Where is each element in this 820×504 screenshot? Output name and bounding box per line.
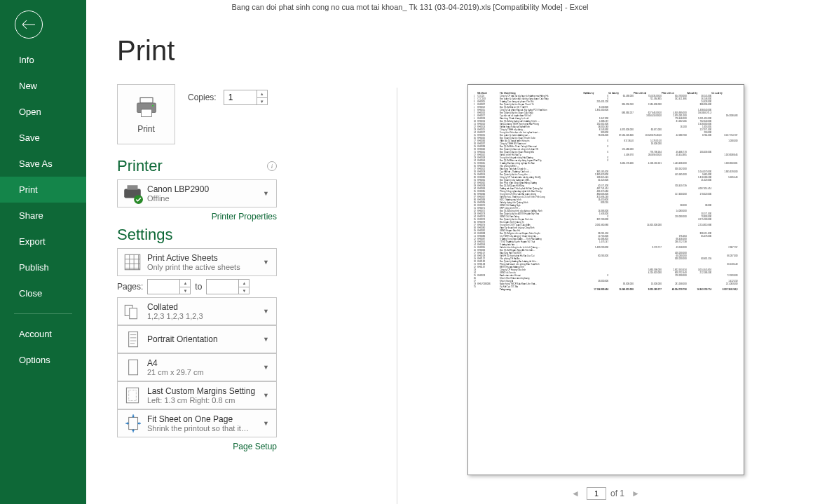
setting-line1: Portrait Orientation <box>147 334 260 344</box>
print-button[interactable]: Print <box>117 84 175 144</box>
setting-orientation[interactable]: Portrait Orientation ▼ <box>117 325 277 353</box>
setting-line1: A4 <box>147 358 260 368</box>
spin-up-icon[interactable]: ▲ <box>180 280 190 287</box>
pages-from-spinner[interactable]: ▲▼ <box>147 279 191 294</box>
pages-to-spinner[interactable]: ▲▼ <box>206 279 250 294</box>
chevron-down-icon: ▼ <box>260 308 272 315</box>
sheets-icon <box>122 252 143 273</box>
spin-down-icon[interactable]: ▼ <box>257 98 267 105</box>
chevron-down-icon: ▼ <box>260 190 272 197</box>
page-navigator: ◄ of 1 ► <box>405 486 806 501</box>
chevron-down-icon: ▼ <box>260 420 272 427</box>
setting-paper-size[interactable]: A4 21 cm x 29.7 cm ▼ <box>117 353 277 381</box>
svg-rect-11 <box>129 360 138 374</box>
setting-line2: Left: 1.3 cm Right: 0.8 cm <box>147 396 260 404</box>
svg-rect-5 <box>128 185 138 189</box>
pages-to-input[interactable] <box>207 280 238 294</box>
setting-print-what[interactable]: Print Active Sheets Only print the activ… <box>117 248 277 276</box>
svg-rect-9 <box>130 308 137 319</box>
nav-publish[interactable]: Publish <box>0 254 86 280</box>
page-title: Print <box>117 35 313 67</box>
setting-scaling[interactable]: Fit Sheet on One Page Shrink the printou… <box>117 409 277 437</box>
pages-from-input[interactable] <box>148 280 179 294</box>
collate-icon <box>122 301 143 322</box>
back-arrow-icon <box>22 20 35 29</box>
setting-line1: Fit Sheet on One Page <box>147 414 260 424</box>
svg-rect-2 <box>141 109 151 117</box>
info-icon[interactable]: i <box>267 161 277 171</box>
setting-line2: 21 cm x 29.7 cm <box>147 368 260 376</box>
print-panel: Print Print Copies: ▲▼ Printer <box>117 35 313 454</box>
titlebar: Bang can doi phat sinh cong no cua mot t… <box>0 0 820 14</box>
nav-account[interactable]: Account <box>0 321 86 347</box>
pages-to-label: to <box>195 282 202 292</box>
chevron-down-icon: ▼ <box>260 336 272 343</box>
copies-label: Copies: <box>188 93 217 102</box>
back-button[interactable] <box>15 11 43 39</box>
nav-share[interactable]: Share <box>0 203 86 229</box>
nav-new[interactable]: New <box>0 73 86 99</box>
setting-line2: 1,2,3 1,2,3 1,2,3 <box>147 312 260 320</box>
svg-rect-7 <box>125 254 139 269</box>
printer-heading: Printer <box>117 157 163 175</box>
setting-margins[interactable]: Last Custom Margins Setting Left: 1.3 cm… <box>117 381 277 409</box>
next-page-icon[interactable]: ► <box>629 489 643 498</box>
chevron-down-icon: ▼ <box>260 364 272 371</box>
main-area: Print Print Copies: ▲▼ Printer <box>86 14 820 504</box>
nav-open[interactable]: Open <box>0 99 86 125</box>
setting-line2: Shrink the printout so that it… <box>147 424 260 433</box>
settings-heading: Settings <box>117 226 173 244</box>
backstage-sidebar: Info New Open Save Save As Print Share E… <box>0 0 86 504</box>
setting-line1: Print Active Sheets <box>147 253 260 263</box>
portrait-icon <box>122 329 143 350</box>
vertical-divider <box>397 88 397 504</box>
svg-rect-0 <box>140 98 153 104</box>
prev-page-icon[interactable]: ◄ <box>568 489 582 498</box>
nav-save-as[interactable]: Save As <box>0 151 86 177</box>
printer-status: Offline <box>147 194 260 203</box>
chevron-down-icon: ▼ <box>260 392 272 399</box>
setting-collate[interactable]: Collated 1,2,3 1,2,3 1,2,3 ▼ <box>117 297 277 325</box>
nav-export[interactable]: Export <box>0 229 86 254</box>
fit-page-icon <box>122 413 143 434</box>
print-button-label: Print <box>137 124 155 134</box>
nav-options[interactable]: Options <box>0 347 86 373</box>
svg-rect-13 <box>129 390 137 401</box>
printer-properties-link[interactable]: Printer Properties <box>117 212 277 222</box>
printer-dropdown[interactable]: Canon LBP2900 Offline ▼ <box>117 179 277 207</box>
setting-line1: Collated <box>147 302 260 312</box>
pages-label: Pages: <box>117 282 143 292</box>
nav-save[interactable]: Save <box>0 125 86 151</box>
page-preview: Mã kháchTên khách hàngNợ đầu kỳCó đầu kỳ… <box>467 84 744 475</box>
svg-rect-10 <box>129 332 138 346</box>
print-preview-area: Mã kháchTên khách hàngNợ đầu kỳCó đầu kỳ… <box>405 84 806 479</box>
nav-close[interactable]: Close <box>0 280 86 306</box>
nav-divider <box>14 313 72 314</box>
nav-print[interactable]: Print <box>0 177 86 203</box>
printer-name: Canon LBP2900 <box>147 184 260 194</box>
copies-input[interactable] <box>224 90 257 104</box>
paper-icon <box>122 357 143 378</box>
svg-rect-14 <box>129 417 138 429</box>
setting-line2: Only print the active sheets <box>147 263 260 271</box>
spin-up-icon[interactable]: ▲ <box>239 280 249 287</box>
page-setup-link[interactable]: Page Setup <box>117 442 277 451</box>
chevron-down-icon: ▼ <box>260 259 272 266</box>
svg-point-3 <box>151 105 153 107</box>
setting-line1: Last Custom Margins Setting <box>147 386 260 396</box>
nav-info[interactable]: Info <box>0 47 86 73</box>
spin-down-icon[interactable]: ▼ <box>239 287 249 294</box>
printer-status-icon <box>122 183 143 204</box>
margins-icon <box>122 385 143 406</box>
spin-up-icon[interactable]: ▲ <box>257 90 267 98</box>
page-of-label: of 1 <box>610 489 624 498</box>
printer-icon <box>134 95 159 120</box>
copies-spinner[interactable]: ▲▼ <box>224 90 268 105</box>
spin-down-icon[interactable]: ▼ <box>180 287 190 294</box>
current-page-input[interactable] <box>587 487 606 500</box>
